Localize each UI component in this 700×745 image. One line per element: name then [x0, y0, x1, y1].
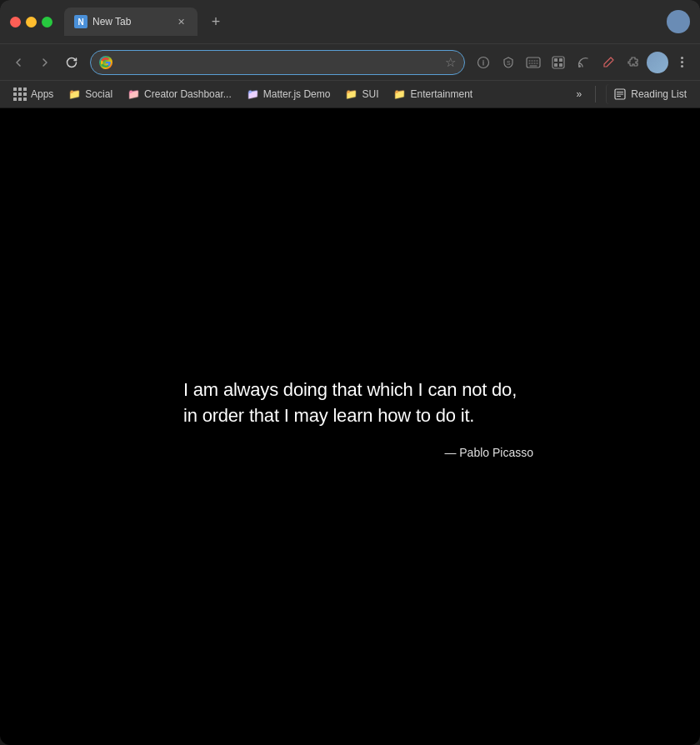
quote-container: I am always doing that which I can not d…	[183, 378, 533, 459]
traffic-lights	[10, 17, 52, 28]
bookmark-sui[interactable]: 📁 SUI	[338, 83, 385, 105]
keyboard-icon[interactable]	[522, 51, 545, 74]
svg-rect-5	[559, 58, 562, 62]
bookmarks-separator	[595, 86, 596, 102]
bookmark-creator-label: Creator Dashboar...	[144, 88, 232, 100]
more-bookmarks-button[interactable]: »	[570, 83, 589, 105]
bookmark-matterjs[interactable]: 📁 Matter.js Demo	[240, 83, 338, 105]
folder-icon-sui: 📁	[345, 88, 358, 100]
bookmark-entertainment-label: Entertainment	[410, 88, 472, 100]
extensions-icon[interactable]	[622, 51, 645, 74]
profile-button[interactable]	[667, 10, 690, 33]
new-tab-button[interactable]: +	[204, 10, 228, 33]
bookmark-apps-label: Apps	[31, 88, 53, 100]
bookmark-social[interactable]: 📁 Social	[62, 83, 119, 105]
svg-text:S: S	[507, 60, 511, 66]
bookmark-sui-label: SUI	[362, 88, 378, 100]
svg-rect-4	[554, 58, 558, 62]
quote-author: — Pablo Picasso	[183, 446, 533, 459]
tab-title: New Tab	[92, 16, 169, 28]
close-button[interactable]	[10, 17, 21, 28]
title-bar: N New Tab ✕ +	[0, 0, 700, 43]
info-icon[interactable]	[472, 51, 495, 74]
svg-rect-6	[554, 63, 558, 67]
shield-icon[interactable]: S	[497, 51, 520, 74]
maximize-button[interactable]	[42, 17, 52, 28]
media-icon[interactable]	[547, 51, 570, 74]
toolbar-icons: S	[472, 51, 693, 74]
more-bookmarks-label: »	[577, 88, 582, 100]
reading-list-button[interactable]: Reading List	[606, 84, 693, 104]
svg-rect-3	[552, 57, 564, 68]
refresh-button[interactable]	[60, 51, 83, 74]
quote-text: I am always doing that which I can not d…	[183, 378, 533, 429]
pen-icon[interactable]	[597, 51, 620, 74]
folder-icon-social: 📁	[68, 88, 81, 100]
bookmark-creator-dashboard[interactable]: 📁 Creator Dashboar...	[121, 83, 238, 105]
tab-favicon: N	[74, 15, 88, 28]
rss-icon[interactable]	[572, 51, 595, 74]
tab-close-button[interactable]: ✕	[174, 15, 188, 28]
forward-button[interactable]	[33, 51, 57, 74]
active-tab[interactable]: N New Tab ✕	[64, 8, 198, 36]
apps-grid-icon	[13, 88, 27, 101]
back-button[interactable]	[7, 51, 30, 74]
chrome-menu-button[interactable]	[670, 51, 693, 74]
bookmark-star-icon[interactable]: ☆	[445, 55, 456, 70]
bookmark-matterjs-label: Matter.js Demo	[263, 88, 331, 100]
google-favicon	[99, 56, 112, 69]
folder-icon-creator: 📁	[128, 88, 140, 100]
nav-bar: ☆ S	[0, 43, 700, 80]
minimize-button[interactable]	[26, 17, 37, 28]
bookmarks-bar: Apps 📁 Social 📁 Creator Dashboar... 📁 Ma…	[0, 80, 700, 108]
bookmarks-overflow: » Reading List	[570, 83, 693, 105]
reading-list-icon	[613, 88, 627, 101]
address-bar[interactable]: ☆	[90, 50, 465, 75]
tab-area: N New Tab ✕ +	[64, 8, 660, 36]
main-content: I am always doing that which I can not d…	[0, 108, 700, 745]
svg-point-8	[578, 65, 581, 68]
bookmark-apps[interactable]: Apps	[7, 83, 60, 105]
bookmark-social-label: Social	[85, 88, 112, 100]
reading-list-label: Reading List	[631, 88, 687, 100]
more-options-icon	[681, 57, 683, 68]
url-input[interactable]	[118, 56, 440, 68]
folder-icon-entertainment: 📁	[393, 88, 406, 100]
folder-icon-matterjs: 📁	[247, 88, 259, 100]
svg-rect-7	[559, 63, 562, 67]
bookmark-entertainment[interactable]: 📁 Entertainment	[387, 83, 479, 105]
title-bar-actions	[667, 10, 690, 33]
profile-avatar[interactable]	[647, 52, 668, 73]
